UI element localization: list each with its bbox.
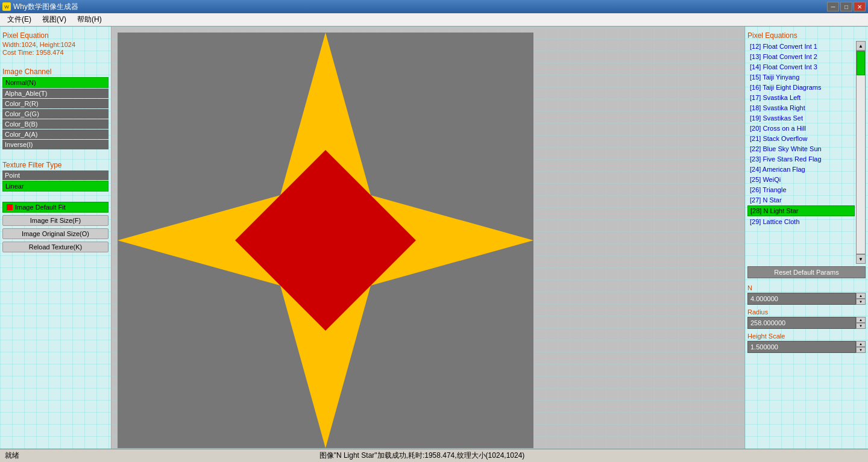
left-panel: Pixel Equation Width:1024, Height:1024 C…	[0, 27, 112, 449]
height-scale-spinner-buttons: ▲ ▼	[856, 341, 866, 353]
status-ready: 就绪	[5, 451, 53, 461]
right-item-14[interactable]: [14] Float Convert Int 3	[747, 62, 855, 72]
canvas-container	[118, 33, 533, 448]
radius-spinner: ▲ ▼	[747, 317, 866, 329]
titlebar-buttons: ─ □ ✕	[827, 2, 866, 11]
pixel-equations-label: Pixel Equations	[747, 31, 866, 40]
app-icon: W	[2, 2, 11, 11]
image-fit-size-button[interactable]: Image Fit Size(F)	[2, 215, 108, 226]
radius-decrement-button[interactable]: ▼	[856, 323, 866, 329]
channel-inverse[interactable]: Inverse(I)	[2, 140, 108, 149]
maximize-button[interactable]: □	[840, 2, 852, 11]
n-decrement-button[interactable]: ▼	[856, 299, 866, 305]
close-button[interactable]: ✕	[854, 2, 866, 11]
right-item-27[interactable]: [27] N Star	[747, 195, 855, 205]
menu-help[interactable]: 帮助(H)	[72, 13, 107, 26]
right-item-19[interactable]: [19] Svastikas Set	[747, 113, 855, 123]
right-list-container: [12] Float Convert Int 1 [13] Float Conv…	[747, 41, 866, 264]
scroll-track[interactable]	[856, 51, 866, 254]
pixel-equation-label: Pixel Equation	[2, 31, 108, 40]
radius-spinner-buttons: ▲ ▼	[856, 317, 866, 329]
n-param-label: N	[747, 284, 866, 292]
filter-point[interactable]: Point	[2, 170, 108, 180]
channel-alpha[interactable]: Alpha_Able(T)	[2, 89, 108, 98]
reset-default-params-button[interactable]: Reset Default Params	[747, 266, 866, 278]
image-default-fit-label: Image Default Fit	[15, 204, 66, 211]
right-item-23[interactable]: [23] Five Stars Red Flag	[747, 154, 855, 164]
height-scale-input[interactable]	[747, 341, 856, 353]
channel-color-r[interactable]: Color_R(R)	[2, 99, 108, 108]
channel-color-g[interactable]: Color_G(G)	[2, 109, 108, 119]
n-spinner: ▲ ▼	[747, 293, 866, 305]
right-list: [12] Float Convert Int 1 [13] Float Conv…	[747, 42, 855, 226]
scroll-down-button[interactable]: ▼	[856, 254, 866, 264]
minimize-button[interactable]: ─	[827, 2, 839, 11]
list-scrollbar: ▲ ▼	[856, 41, 866, 264]
right-item-25[interactable]: [25] WeiQi	[747, 175, 855, 184]
right-item-18[interactable]: [18] Svastika Right	[747, 103, 855, 113]
width-height-info: Width:1024, Height:1024	[2, 41, 108, 48]
filter-linear[interactable]: Linear	[2, 181, 108, 192]
radius-param-label: Radius	[747, 308, 866, 316]
right-item-26[interactable]: [26] Triangle	[747, 185, 855, 195]
texture-filter-label: Texture Filter Type	[2, 161, 108, 169]
statusbar: 就绪 图像"N Light Star"加载成功,耗时:1958.474,纹理大小…	[0, 449, 868, 462]
right-item-15[interactable]: [15] Taiji Yinyang	[747, 72, 855, 82]
right-item-22[interactable]: [22] Blue Sky White Sun	[747, 144, 855, 154]
n-spinner-buttons: ▲ ▼	[856, 293, 866, 305]
height-scale-increment-button[interactable]: ▲	[856, 341, 866, 347]
right-item-17[interactable]: [17] Svastika Left	[747, 93, 855, 102]
n-input[interactable]	[747, 293, 856, 305]
titlebar: W Why数学图像生成器 ─ □ ✕	[0, 0, 868, 13]
menubar: 文件(E) 视图(V) 帮助(H)	[0, 13, 868, 27]
height-scale-decrement-button[interactable]: ▼	[856, 347, 866, 353]
red-square-icon	[7, 204, 13, 210]
height-scale-spinner: ▲ ▼	[747, 341, 866, 353]
right-item-16[interactable]: [16] Taiji Eight Diagrams	[747, 83, 855, 92]
right-item-12[interactable]: [12] Float Convert Int 1	[747, 42, 855, 51]
n-increment-button[interactable]: ▲	[856, 293, 866, 299]
channel-color-a[interactable]: Color_A(A)	[2, 130, 108, 139]
radius-input[interactable]	[747, 317, 856, 329]
menu-view[interactable]: 视图(V)	[37, 13, 71, 26]
scroll-handle[interactable]	[857, 51, 865, 75]
right-item-21[interactable]: [21] Stack Overflow	[747, 134, 855, 143]
right-item-28[interactable]: [28] N Light Star	[747, 205, 855, 216]
right-item-13[interactable]: [13] Float Convert Int 2	[747, 52, 855, 61]
scroll-up-button[interactable]: ▲	[856, 41, 866, 51]
main-container: Pixel Equation Width:1024, Height:1024 C…	[0, 27, 868, 449]
radius-increment-button[interactable]: ▲	[856, 317, 866, 323]
image-original-size-button[interactable]: Image Original Size(O)	[2, 228, 108, 239]
channel-normal[interactable]: Normal(N)	[2, 77, 108, 88]
center-canvas-area	[112, 27, 744, 449]
image-default-fit-button[interactable]: Image Default Fit	[2, 202, 108, 213]
titlebar-title: Why数学图像生成器	[13, 2, 78, 12]
image-channel-label: Image Channel	[2, 67, 108, 76]
right-item-24[interactable]: [24] American Flag	[747, 164, 855, 174]
height-scale-param-label: Height Scale	[747, 332, 866, 340]
right-item-20[interactable]: [20] Cross on a Hill	[747, 123, 855, 133]
reload-texture-button[interactable]: Reload Texture(K)	[2, 242, 108, 252]
menu-file[interactable]: 文件(E)	[2, 13, 36, 26]
titlebar-left: W Why数学图像生成器	[2, 2, 78, 12]
status-message: 图像"N Light Star"加载成功,耗时:1958.474,纹理大小(10…	[53, 451, 791, 461]
cost-time-info: Cost Time: 1958.474	[2, 49, 108, 56]
right-item-29[interactable]: [29] Lattice Cloth	[747, 217, 855, 226]
canvas-svg	[118, 33, 533, 448]
channel-color-b[interactable]: Color_B(B)	[2, 119, 108, 129]
right-panel: Pixel Equations [12] Float Convert Int 1…	[744, 27, 868, 449]
